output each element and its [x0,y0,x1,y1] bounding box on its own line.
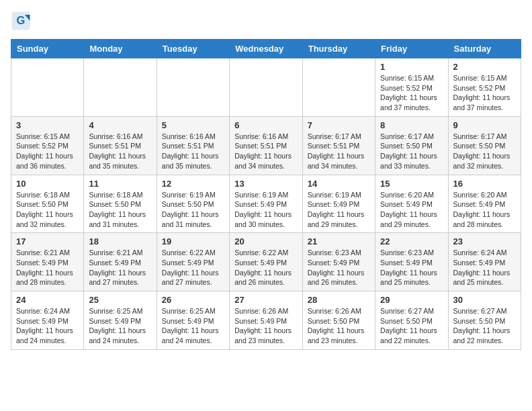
day-info: Sunrise: 6:22 AMSunset: 5:49 PMDaylight:… [234,248,297,287]
day-info: Sunrise: 6:23 AMSunset: 5:49 PMDaylight:… [308,248,370,287]
calendar-cell: 1Sunrise: 6:15 AMSunset: 5:52 PMDaylight… [375,58,448,117]
day-info: Sunrise: 6:24 AMSunset: 5:49 PMDaylight:… [16,306,79,346]
calendar-cell: 19Sunrise: 6:22 AMSunset: 5:49 PMDayligh… [157,233,229,291]
day-info: Sunrise: 6:17 AMSunset: 5:50 PMDaylight:… [453,132,516,171]
calendar-table: SundayMondayTuesdayWednesdayThursdayFrid… [11,39,521,350]
day-number: 7 [308,120,370,130]
calendar-cell: 5Sunrise: 6:16 AMSunset: 5:51 PMDaylight… [157,116,229,175]
calendar-cell [302,58,375,117]
day-info: Sunrise: 6:19 AMSunset: 5:49 PMDaylight:… [234,190,297,230]
calendar-cell: 21Sunrise: 6:23 AMSunset: 5:49 PMDayligh… [302,233,375,291]
calendar-cell: 15Sunrise: 6:20 AMSunset: 5:49 PMDayligh… [375,175,448,233]
day-number: 2 [453,62,516,72]
calendar-cell: 8Sunrise: 6:17 AMSunset: 5:50 PMDaylight… [375,116,448,175]
day-info: Sunrise: 6:17 AMSunset: 5:50 PMDaylight:… [380,132,443,171]
logo: G [11,11,34,31]
calendar-cell: 2Sunrise: 6:15 AMSunset: 5:52 PMDaylight… [448,58,521,117]
svg-text:G: G [17,14,26,26]
day-info: Sunrise: 6:25 AMSunset: 5:49 PMDaylight:… [162,306,224,346]
day-number: 3 [16,120,79,130]
day-number: 17 [16,236,79,246]
day-number: 25 [89,295,151,305]
day-number: 29 [380,295,443,305]
calendar-cell: 30Sunrise: 6:27 AMSunset: 5:50 PMDayligh… [448,291,521,350]
calendar-cell [230,58,302,117]
calendar-week-row: 3Sunrise: 6:15 AMSunset: 5:52 PMDaylight… [11,116,521,175]
calendar-cell: 27Sunrise: 6:26 AMSunset: 5:49 PMDayligh… [230,291,302,350]
day-info: Sunrise: 6:22 AMSunset: 5:49 PMDaylight:… [162,248,224,287]
calendar-cell: 25Sunrise: 6:25 AMSunset: 5:49 PMDayligh… [84,291,157,350]
day-number: 12 [162,179,224,189]
calendar-cell: 13Sunrise: 6:19 AMSunset: 5:49 PMDayligh… [230,175,302,233]
calendar-cell [157,58,229,117]
calendar-cell [84,58,157,117]
day-info: Sunrise: 6:16 AMSunset: 5:51 PMDaylight:… [162,132,224,171]
day-info: Sunrise: 6:15 AMSunset: 5:52 PMDaylight:… [16,132,79,171]
day-info: Sunrise: 6:17 AMSunset: 5:51 PMDaylight:… [308,132,370,171]
day-number: 11 [89,179,151,189]
calendar-cell: 18Sunrise: 6:21 AMSunset: 5:49 PMDayligh… [84,233,157,291]
day-number: 1 [380,62,443,72]
calendar-cell: 26Sunrise: 6:25 AMSunset: 5:49 PMDayligh… [157,291,229,350]
calendar-cell: 12Sunrise: 6:19 AMSunset: 5:50 PMDayligh… [157,175,229,233]
day-number: 8 [380,120,443,130]
calendar-cell: 9Sunrise: 6:17 AMSunset: 5:50 PMDaylight… [448,116,521,175]
calendar-cell: 7Sunrise: 6:17 AMSunset: 5:51 PMDaylight… [302,116,375,175]
calendar-week-row: 10Sunrise: 6:18 AMSunset: 5:50 PMDayligh… [11,175,521,233]
calendar-cell: 14Sunrise: 6:19 AMSunset: 5:49 PMDayligh… [302,175,375,233]
calendar-cell: 22Sunrise: 6:23 AMSunset: 5:49 PMDayligh… [375,233,448,291]
day-info: Sunrise: 6:21 AMSunset: 5:49 PMDaylight:… [89,248,151,287]
day-number: 20 [234,236,297,246]
calendar-body: 1Sunrise: 6:15 AMSunset: 5:52 PMDaylight… [11,58,521,350]
weekday-header-friday: Friday [375,40,448,58]
day-number: 23 [453,236,516,246]
day-info: Sunrise: 6:26 AMSunset: 5:50 PMDaylight:… [308,306,370,346]
day-info: Sunrise: 6:15 AMSunset: 5:52 PMDaylight:… [380,73,443,113]
calendar-cell [11,58,84,117]
day-number: 13 [234,179,297,189]
day-number: 15 [380,179,443,189]
day-info: Sunrise: 6:23 AMSunset: 5:49 PMDaylight:… [380,248,443,287]
day-info: Sunrise: 6:19 AMSunset: 5:49 PMDaylight:… [308,190,370,230]
day-number: 27 [234,295,297,305]
page-header: G [11,11,521,31]
calendar-cell: 6Sunrise: 6:16 AMSunset: 5:51 PMDaylight… [230,116,302,175]
day-info: Sunrise: 6:15 AMSunset: 5:52 PMDaylight:… [453,73,516,113]
day-info: Sunrise: 6:24 AMSunset: 5:49 PMDaylight:… [453,248,516,287]
calendar-cell: 29Sunrise: 6:27 AMSunset: 5:50 PMDayligh… [375,291,448,350]
day-number: 9 [453,120,516,130]
day-info: Sunrise: 6:18 AMSunset: 5:50 PMDaylight:… [89,190,151,230]
day-number: 5 [162,120,224,130]
day-info: Sunrise: 6:20 AMSunset: 5:49 PMDaylight:… [453,190,516,230]
day-info: Sunrise: 6:19 AMSunset: 5:50 PMDaylight:… [162,190,224,230]
day-info: Sunrise: 6:16 AMSunset: 5:51 PMDaylight:… [89,132,151,171]
day-number: 10 [16,179,79,189]
day-info: Sunrise: 6:20 AMSunset: 5:49 PMDaylight:… [380,190,443,230]
day-info: Sunrise: 6:18 AMSunset: 5:50 PMDaylight:… [16,190,79,230]
calendar-cell: 16Sunrise: 6:20 AMSunset: 5:49 PMDayligh… [448,175,521,233]
day-info: Sunrise: 6:26 AMSunset: 5:49 PMDaylight:… [234,306,297,346]
calendar-cell: 17Sunrise: 6:21 AMSunset: 5:49 PMDayligh… [11,233,84,291]
day-number: 14 [308,179,370,189]
calendar-cell: 10Sunrise: 6:18 AMSunset: 5:50 PMDayligh… [11,175,84,233]
weekday-header-tuesday: Tuesday [157,40,229,58]
day-number: 19 [162,236,224,246]
calendar-cell: 4Sunrise: 6:16 AMSunset: 5:51 PMDaylight… [84,116,157,175]
day-number: 28 [308,295,370,305]
weekday-header-saturday: Saturday [448,40,521,58]
calendar-cell: 23Sunrise: 6:24 AMSunset: 5:49 PMDayligh… [448,233,521,291]
day-number: 18 [89,236,151,246]
weekday-header-row: SundayMondayTuesdayWednesdayThursdayFrid… [11,40,521,58]
calendar-cell: 11Sunrise: 6:18 AMSunset: 5:50 PMDayligh… [84,175,157,233]
calendar-cell: 3Sunrise: 6:15 AMSunset: 5:52 PMDaylight… [11,116,84,175]
calendar-cell: 20Sunrise: 6:22 AMSunset: 5:49 PMDayligh… [230,233,302,291]
day-number: 26 [162,295,224,305]
day-info: Sunrise: 6:21 AMSunset: 5:49 PMDaylight:… [16,248,79,287]
day-number: 24 [16,295,79,305]
day-number: 4 [89,120,151,130]
day-number: 16 [453,179,516,189]
day-info: Sunrise: 6:27 AMSunset: 5:50 PMDaylight:… [380,306,443,346]
day-number: 30 [453,295,516,305]
day-info: Sunrise: 6:25 AMSunset: 5:49 PMDaylight:… [89,306,151,346]
day-number: 6 [234,120,297,130]
